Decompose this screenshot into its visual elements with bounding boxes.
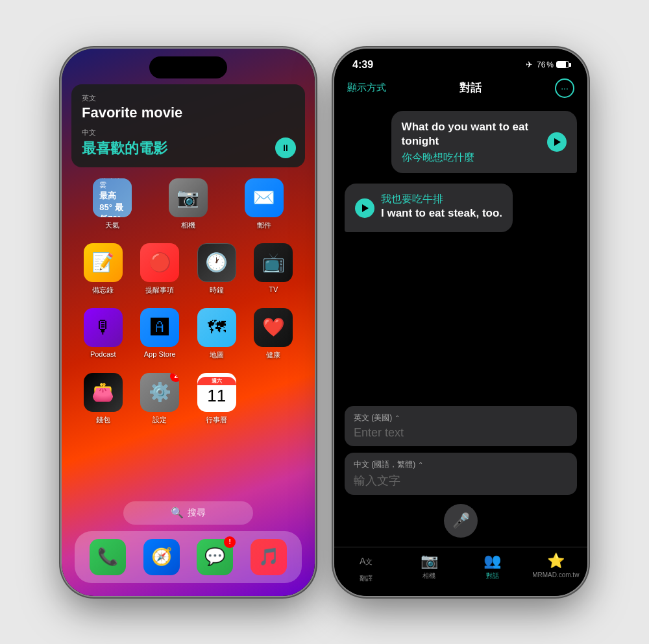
favorites-tab-label: MRMAD.com.tw <box>532 571 579 578</box>
english-text: Favorite movie <box>82 104 295 121</box>
app-settings[interactable]: ⚙️ 2 設定 <box>136 373 183 425</box>
settings-label: 設定 <box>153 415 167 425</box>
nav-title: 對話 <box>459 80 482 95</box>
messages-badge: ! <box>224 536 236 548</box>
message-1-english: What do you want to eat tonight <box>402 120 541 149</box>
chevron-icon: ⌃ <box>395 414 400 422</box>
chinese-label: 中文 <box>82 128 295 137</box>
app-wallet[interactable]: 👛 錢包 <box>80 373 127 425</box>
appstore-icon: 🅰 <box>140 308 179 347</box>
chinese-input-box[interactable]: 中文 (國語，繁體) ⌃ 輸入文字 <box>345 453 577 495</box>
dock: 📞 🧭 💬 ! 🎵 <box>75 531 302 583</box>
tv-label: TV <box>269 285 278 293</box>
chinese-lang-label: 中文 (國語，繁體) ⌃ <box>354 459 568 470</box>
more-button[interactable]: ··· <box>555 78 574 98</box>
maps-icon: 🗺 <box>197 308 236 347</box>
clock-label: 時鐘 <box>210 285 224 295</box>
app-grid: 晴時有雲 最高85° 最低70° 天氣 📷 相機 ✉️ <box>75 178 302 438</box>
play-button-1[interactable] <box>547 132 567 152</box>
app-row-3: 👛 錢包 ⚙️ 2 設定 週六 11 行事曆 <box>75 373 302 425</box>
chat-area: What do you want to eat tonight 你今晚想吃什麼 … <box>334 104 587 406</box>
mail-icon: ✉️ <box>245 178 284 217</box>
search-icon: 🔍 <box>171 507 184 519</box>
favorites-tab-icon: ⭐ <box>547 553 565 569</box>
weather-label: 天氣 <box>105 221 119 230</box>
tab-conversation[interactable]: 👥 對話 <box>461 553 524 583</box>
notes-label: 備忘錄 <box>92 285 114 295</box>
maps-label: 地圖 <box>210 350 224 360</box>
tab-camera[interactable]: 📷 相機 <box>398 553 461 583</box>
svg-text:文: 文 <box>365 558 373 566</box>
left-phone: 英文 Favorite movie 中文 最喜歡的電影 ⏸ 晴時有雲 最高85°… <box>62 49 315 596</box>
play-button-2[interactable] <box>355 198 374 218</box>
tab-bar: A 文 翻譯 📷 相機 👥 對話 ⭐ MRMAD.com.tw <box>334 547 587 596</box>
app-calendar[interactable]: 週六 11 行事曆 <box>193 373 240 425</box>
english-lang-text: 英文 (美國) <box>354 412 392 423</box>
tab-translate[interactable]: A 文 翻譯 <box>334 553 398 583</box>
message-1-content: What do you want to eat tonight 你今晚想吃什麼 <box>402 120 541 165</box>
status-time: 4:39 <box>352 59 373 71</box>
app-reminders[interactable]: 🔴 提醒事項 <box>136 243 183 295</box>
app-row-0: 晴時有雲 最高85° 最低70° 天氣 📷 相機 ✉️ <box>75 178 302 230</box>
camera-label: 相機 <box>181 221 195 230</box>
dock-messages[interactable]: 💬 ! <box>197 539 233 575</box>
wallet-label: 錢包 <box>96 415 110 425</box>
mic-button[interactable]: 🎤 <box>444 504 478 538</box>
chinese-input-placeholder[interactable]: 輸入文字 <box>354 473 568 488</box>
message-1[interactable]: What do you want to eat tonight 你今晚想吃什麼 <box>391 111 577 174</box>
battery-icon: 76 % <box>537 60 569 69</box>
app-clock[interactable]: 🕐 時鐘 <box>193 243 240 295</box>
app-tv[interactable]: 📺 TV <box>250 243 297 295</box>
weather-icon: 晴時有雲 最高85° 最低70° <box>93 178 132 217</box>
camera-tab-icon: 📷 <box>421 553 438 569</box>
app-health[interactable]: ❤️ 健康 <box>250 308 297 360</box>
pause-button[interactable]: ⏸ <box>275 137 296 158</box>
play-icon-2 <box>362 204 369 212</box>
app-mail[interactable]: ✉️ 郵件 <box>241 178 288 230</box>
settings-icon: ⚙️ 2 <box>140 373 179 412</box>
translator-screen: 4:39 ✈ 76 % 顯示方式 對話 ··· <box>334 49 587 596</box>
chinese-text: 最喜歡的電影 <box>82 139 295 158</box>
clock-icon: 🕐 <box>197 243 236 282</box>
dock-safari[interactable]: 🧭 <box>143 539 180 575</box>
translation-overlay[interactable]: 英文 Favorite movie 中文 最喜歡的電影 ⏸ <box>71 84 305 167</box>
podcast-label: Podcast <box>90 350 116 358</box>
app-row-2: 🎙 Podcast 🅰 App Store 🗺 地圖 <box>75 308 302 360</box>
dock-phone[interactable]: 📞 <box>90 539 126 575</box>
mic-container: 🎤 <box>345 501 577 540</box>
english-label: 英文 <box>82 93 295 103</box>
app-row-1: 📝 備忘錄 🔴 提醒事項 🕐 時鐘 <box>75 243 302 295</box>
weather-title: 晴時有雲 <box>99 178 125 190</box>
dynamic-island-left <box>149 56 227 78</box>
settings-badge: 2 <box>170 373 179 382</box>
chinese-lang-text: 中文 (國語，繁體) <box>354 459 415 470</box>
message-2[interactable]: 我也要吃牛排 I want to eat steak, too. <box>345 184 513 232</box>
tab-favorites[interactable]: ⭐ MRMAD.com.tw <box>524 553 588 583</box>
search-bar[interactable]: 🔍 搜尋 <box>123 501 253 525</box>
message-2-english: I want to eat steak, too. <box>381 206 502 221</box>
camera-tab-label: 相機 <box>422 571 435 580</box>
app-maps[interactable]: 🗺 地圖 <box>193 308 240 360</box>
health-label: 健康 <box>266 350 280 360</box>
calendar-label: 行事曆 <box>206 415 227 425</box>
app-weather[interactable]: 晴時有雲 最高85° 最低70° 天氣 <box>89 178 136 230</box>
english-input-box[interactable]: 英文 (美國) ⌃ Enter text <box>345 406 577 446</box>
english-input-placeholder[interactable]: Enter text <box>354 426 568 440</box>
dock-music[interactable]: 🎵 <box>251 539 287 575</box>
status-icons: ✈ 76 % <box>526 60 569 69</box>
more-icon: ··· <box>561 83 569 93</box>
reminders-icon: 🔴 <box>140 243 179 282</box>
conversation-tab-label: 對話 <box>486 571 499 580</box>
app-appstore[interactable]: 🅰 App Store <box>136 308 183 360</box>
tv-icon: 📺 <box>254 243 293 282</box>
english-lang-label: 英文 (美國) ⌃ <box>354 412 568 423</box>
dynamic-island-right <box>422 56 500 78</box>
battery-level: 76 <box>537 60 545 69</box>
app-notes[interactable]: 📝 備忘錄 <box>80 243 127 295</box>
app-camera[interactable]: 📷 相機 <box>165 178 212 230</box>
conversation-tab-icon: 👥 <box>484 553 501 569</box>
app-podcast[interactable]: 🎙 Podcast <box>80 308 127 360</box>
display-button[interactable]: 顯示方式 <box>347 82 386 94</box>
message-1-chinese: 你今晚想吃什麼 <box>402 151 541 165</box>
home-screen: 英文 Favorite movie 中文 最喜歡的電影 ⏸ 晴時有雲 最高85°… <box>62 49 315 596</box>
